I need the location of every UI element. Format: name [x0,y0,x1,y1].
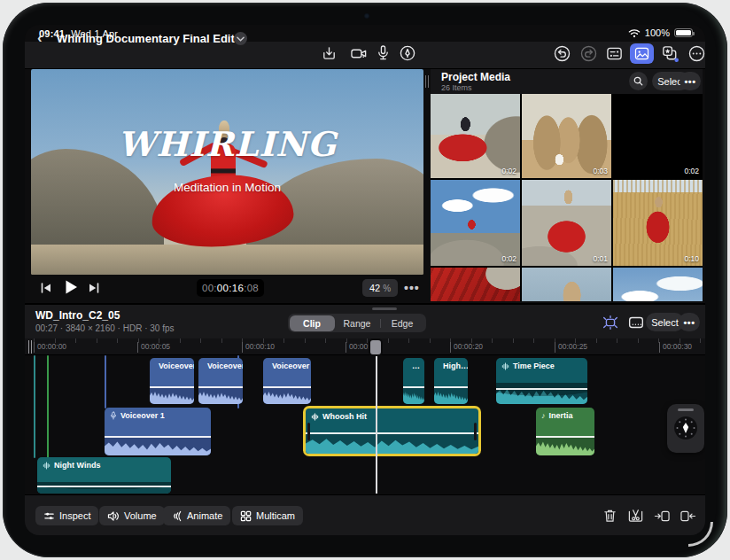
panel-resize-handle[interactable] [425,75,429,88]
mode-range[interactable]: Range [335,315,380,331]
ruler-label: 00:00:00 [34,342,66,353]
skip-back-icon[interactable] [39,281,53,295]
project-media-title: Project Media [441,71,510,83]
timeline-drag-handle[interactable] [372,307,397,310]
timeline-clip-high[interactable]: High… [434,358,468,404]
media-more-icon[interactable]: ••• [680,72,701,90]
timeline-clip-whoosh-hit-selected[interactable]: Whoosh Hit [303,406,481,456]
timecode-display[interactable]: 00:00:16:08 [197,279,264,297]
mode-edge[interactable]: Edge [380,315,425,331]
viewer-ground [31,245,423,275]
volume-button[interactable]: Volume [99,506,165,525]
connection-line-green [47,355,49,458]
playhead-line [376,338,377,494]
media-thumbnail[interactable]: 0:10 [613,180,703,266]
jog-dial[interactable] [674,416,697,439]
timeline-header: WD_Intro_C2_05 00:27 · 3840 × 2160 · HDR… [25,303,705,338]
timeline-clip-voiceover2a[interactable]: Voiceover 2 [150,358,194,404]
video-viewer: WHIRLING Meditation in Motion [31,69,423,275]
edit-mode-segmented-control: Clip Range Edge [288,314,426,332]
battery-icon [674,28,693,37]
timeline-clip-voiceover1[interactable]: Voiceover 1 [105,408,211,455]
badge-dot [674,58,679,62]
skip-forward-icon[interactable] [87,281,101,295]
jog-wheel[interactable] [667,404,704,453]
clip-duration: 0:02 [684,167,699,175]
insert-clip-icon[interactable] [651,505,672,526]
timeline-clip-inertia[interactable]: ♪Inertia [536,408,594,455]
mode-clip[interactable]: Clip [290,315,335,331]
multicam-icon [240,510,252,522]
back-chevron-icon[interactable]: ‹ [37,29,43,47]
media-thumbnail[interactable]: 0:03 [522,94,611,178]
blade-icon[interactable] [625,505,646,526]
viewer-subtitle-overlay: Meditation in Motion [31,181,423,194]
timeline-clip-voiceover3[interactable]: Voiceover 3 [263,358,311,404]
media-thumbnail[interactable] [431,268,520,301]
wifi-icon [628,28,641,38]
clip-duration: 0:02 [501,254,516,263]
play-icon[interactable] [62,278,80,296]
clip-duration: 0:01 [593,254,608,263]
media-thumbnail[interactable] [613,268,703,301]
animate-button[interactable]: Animate [163,506,230,525]
delete-icon[interactable] [599,505,620,526]
clip-duration: 0:10 [684,254,699,263]
ruler-label: 00:00:10 [242,342,275,353]
ipad-device-photo: 09:41Wed 1 Apr 100% ‹ Whirling Documenta… [0,0,730,560]
camera-record-icon[interactable] [350,45,369,62]
clip-duration: 0:02 [501,167,516,175]
timeline-clip-night-winds[interactable]: Night Winds [37,457,171,494]
front-camera [364,13,369,19]
media-browser-icon[interactable] [630,43,654,64]
header-more-icon[interactable] [687,44,705,63]
inspect-button[interactable]: Inspect [35,506,98,525]
apple-pencil-icon[interactable] [399,44,416,62]
multicam-button[interactable]: Multicam [232,506,303,525]
viewer-more-icon[interactable]: ••• [404,281,420,295]
title-disclosure-icon[interactable] [234,32,247,45]
search-icon[interactable] [629,72,648,90]
viewer-zoom-control[interactable]: 42% [362,279,398,297]
project-title[interactable]: Whirling Documentary Final Edit [57,32,235,45]
effects-icon[interactable] [660,43,680,64]
battery-percent: 100% [645,27,670,38]
append-clip-icon[interactable] [677,505,698,526]
browser-panel-icon[interactable] [605,44,624,63]
timeline-project-meta: 00:27 · 3840 × 2160 · HDR · 30 fps [35,323,174,333]
timeline-ruler[interactable]: 00:00:00 00:00:05 00:00:10 00:00:15 00:0… [25,338,705,355]
undo-icon[interactable] [553,44,571,63]
project-start-marker [28,340,32,354]
ruler-label: 00:00:25 [555,342,587,353]
import-media-icon[interactable] [321,45,338,62]
media-thumbnail[interactable] [522,268,611,301]
timeline-project-name: WD_Intro_C2_05 [35,309,120,322]
media-thumbnail[interactable]: 0:02 [431,94,520,178]
clip-appearance-icon[interactable] [601,313,620,332]
timeline-footer-toolbar: Inspect Volume Animate Multicam [25,494,705,535]
timeline-clip-sfx-small[interactable]: … [403,358,424,404]
project-media-count: 26 Items [441,83,472,92]
redo-icon[interactable] [579,44,598,63]
transport-bar: 00:00:16:08 42% ••• [25,275,423,301]
media-thumbnail[interactable]: 0:01 [522,180,611,266]
timeline-more-icon[interactable]: ••• [679,313,700,331]
timeline-overview-icon[interactable] [626,313,646,332]
timeline-clip-voiceover2b[interactable]: Voiceover 2 [198,358,243,404]
final-cut-pro-screen: 09:41Wed 1 Apr 100% ‹ Whirling Documenta… [25,25,705,535]
jog-grab-bar[interactable] [678,408,694,411]
media-thumbnail[interactable]: 0:02 [431,180,520,266]
voiceover-mic-icon[interactable] [376,44,391,62]
connection-line-blue [105,355,106,408]
media-thumbnail[interactable]: 0:02 [613,94,703,178]
playhead-handle[interactable] [369,338,383,356]
timeline-tracks: Voiceover 2 Voiceover 2 Voiceover 3 … Hi… [25,355,705,494]
clip-duration: 0:03 [593,167,608,175]
animate-icon [171,510,182,522]
ruler-label: 00:00:30 [659,342,692,353]
ruler-label: 00:00:20 [450,342,483,353]
inspect-icon [43,510,55,522]
timeline-clip-time-piece[interactable]: Time Piece [496,358,587,404]
media-thumbnail-grid: 0:02 0:03 0:02 0:02 0:01 0:10 [431,94,703,301]
viewer-title-overlay: WHIRLING [31,124,423,164]
